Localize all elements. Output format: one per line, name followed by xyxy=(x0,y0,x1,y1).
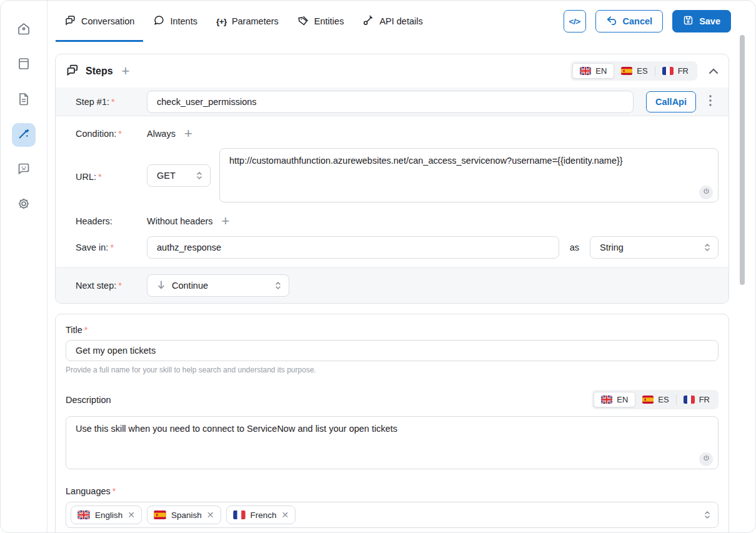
url-row: URL:* GET http://customauthfunction.azur… xyxy=(76,148,719,205)
power-icon xyxy=(702,187,710,197)
steps-icon xyxy=(66,63,79,79)
select-stepper-icon xyxy=(275,281,281,290)
steps-title-label: Steps xyxy=(86,66,113,77)
step-name-input[interactable] xyxy=(147,91,634,113)
app-window: Conversation Intents {+} Parameters Enti… xyxy=(0,0,756,533)
tab-api-details[interactable]: API details xyxy=(361,1,424,42)
sidebar-item-documents[interactable] xyxy=(12,88,36,112)
chip-label: French xyxy=(251,511,277,520)
condition-row: Condition:* Always + xyxy=(76,125,719,142)
description-textarea[interactable]: Use this skill when you need to connect … xyxy=(66,416,719,469)
step-type-button[interactable]: CallApi xyxy=(646,91,696,112)
tab-parameters[interactable]: {+} Parameters xyxy=(215,1,280,42)
save-type-select[interactable]: String xyxy=(590,236,719,259)
sidebar-item-feedback[interactable] xyxy=(12,158,36,182)
france-flag-icon xyxy=(662,67,674,75)
headers-value: Without headers xyxy=(147,216,213,226)
tags-icon xyxy=(297,14,309,28)
as-label: as xyxy=(570,242,579,252)
sidebar-item-settings[interactable] xyxy=(12,193,36,217)
tab-bar: Conversation Intents {+} Parameters Enti… xyxy=(63,1,424,42)
header-actions: </> Cancel Save xyxy=(564,10,731,32)
remove-chip-icon[interactable]: ✕ xyxy=(127,510,135,520)
save-in-label: Save in:* xyxy=(76,242,147,252)
select-stepper-icon xyxy=(704,511,710,519)
france-flag-icon xyxy=(233,511,246,519)
lang-tab-en[interactable]: EN xyxy=(572,63,614,79)
variables-toggle-button[interactable] xyxy=(699,452,713,466)
lang-tab-fr[interactable]: FR xyxy=(677,392,717,407)
sidebar-item-skills[interactable] xyxy=(12,123,36,147)
condition-value: Always xyxy=(147,129,176,139)
select-stepper-icon xyxy=(196,171,202,180)
lang-tab-fr[interactable]: FR xyxy=(655,64,695,78)
scrollbar-thumb[interactable] xyxy=(740,35,745,285)
steps-card: Steps + EN ES FR xyxy=(55,54,729,304)
next-step-label: Next step:* xyxy=(76,281,147,291)
uk-flag-icon xyxy=(601,396,612,404)
title-label: Title* xyxy=(66,325,88,335)
remove-chip-icon[interactable]: ✕ xyxy=(282,510,289,520)
title-field-group: Title* Provide a full name for your skil… xyxy=(66,324,719,374)
lang-code: ES xyxy=(637,66,647,76)
main-area: Conversation Intents {+} Parameters Enti… xyxy=(47,1,755,532)
http-method-select[interactable]: GET xyxy=(147,164,211,187)
tab-label: Entities xyxy=(314,16,344,26)
speech-bubble-icon xyxy=(153,14,165,28)
magic-wand-icon xyxy=(16,126,31,144)
tab-entities[interactable]: Entities xyxy=(296,1,346,42)
url-textarea[interactable]: http://customauthfunction.azurewebsites.… xyxy=(219,148,719,202)
headers-label: Headers: xyxy=(76,216,147,226)
spain-flag-icon xyxy=(154,511,166,519)
cancel-button[interactable]: Cancel xyxy=(595,10,664,32)
tab-intents[interactable]: Intents xyxy=(152,1,199,42)
lang-code: ES xyxy=(658,395,669,404)
required-asterisk: * xyxy=(111,97,115,107)
add-condition-button[interactable]: + xyxy=(184,127,192,141)
required-asterisk: * xyxy=(84,325,88,335)
collapse-steps-button[interactable] xyxy=(709,66,719,77)
uk-flag-icon xyxy=(77,511,90,519)
languages-multiselect[interactable]: English ✕ Spanish ✕ French ✕ xyxy=(66,502,719,528)
sidebar-item-home[interactable] xyxy=(12,18,36,42)
save-in-input[interactable] xyxy=(147,236,559,259)
title-input[interactable] xyxy=(66,340,719,361)
home-icon xyxy=(16,21,31,39)
chat-feedback-icon xyxy=(16,161,31,179)
steps-title: Steps xyxy=(66,63,113,79)
lang-tab-es[interactable]: ES xyxy=(635,392,675,407)
arrow-down-icon xyxy=(157,280,166,292)
code-view-button[interactable]: </> xyxy=(564,10,586,32)
save-label: Save xyxy=(699,16,720,26)
next-step-select[interactable]: Continue xyxy=(147,274,289,297)
sidebar-item-knowledge[interactable] xyxy=(12,53,36,77)
remove-chip-icon[interactable]: ✕ xyxy=(207,510,214,520)
language-chip-english: English ✕ xyxy=(71,506,142,524)
tab-conversation[interactable]: Conversation xyxy=(63,1,136,42)
undo-icon xyxy=(606,16,617,27)
lang-code: FR xyxy=(678,66,689,76)
next-step-row: Next step:* Continue xyxy=(56,267,729,303)
step-label: Step #1:* xyxy=(76,97,147,107)
url-label: URL:* xyxy=(76,172,147,182)
condition-label: Condition:* xyxy=(76,129,147,139)
france-flag-icon xyxy=(684,396,695,404)
description-header: Description EN ES FR xyxy=(66,390,719,409)
required-asterisk: * xyxy=(110,242,114,252)
book-icon xyxy=(16,56,31,74)
step-row: Step #1:* CallApi xyxy=(56,87,729,116)
step-menu-button[interactable] xyxy=(702,95,719,109)
add-step-button[interactable]: + xyxy=(122,64,130,78)
languages-field-group: Languages* English ✕ Spanish ✕ French xyxy=(66,486,719,528)
languages-label: Languages* xyxy=(66,486,116,496)
sidebar xyxy=(1,1,47,532)
lang-tab-es[interactable]: ES xyxy=(614,64,654,78)
cancel-label: Cancel xyxy=(623,16,653,26)
headers-row: Headers: Without headers + xyxy=(76,212,719,230)
save-button[interactable]: Save xyxy=(672,10,731,32)
variables-toggle-button[interactable] xyxy=(699,186,713,199)
add-header-button[interactable]: + xyxy=(222,214,230,228)
lang-code: EN xyxy=(617,395,628,404)
title-help-text: Provide a full name for your skill to he… xyxy=(66,366,719,374)
lang-tab-en[interactable]: EN xyxy=(594,392,635,407)
